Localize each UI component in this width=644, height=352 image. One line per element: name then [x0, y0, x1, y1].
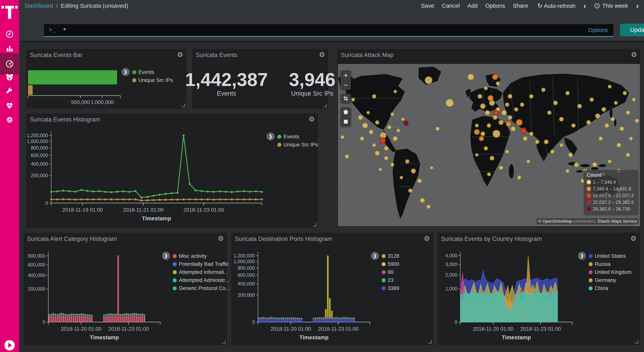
- legend-item[interactable]: Events: [132, 69, 173, 75]
- attack-point[interactable]: [478, 94, 482, 99]
- resize-handle[interactable]: [635, 340, 638, 343]
- osm-link[interactable]: © OpenStreetMap: [538, 219, 572, 224]
- legend-item[interactable]: Attempted Informati...: [173, 269, 230, 275]
- menu-item-save[interactable]: Save: [417, 3, 438, 9]
- attack-point[interactable]: [390, 112, 394, 116]
- attack-point[interactable]: [629, 137, 633, 140]
- attack-point[interactable]: [375, 151, 380, 156]
- attack-point[interactable]: [550, 149, 554, 154]
- legend-expand-icon[interactable]: ❯: [371, 252, 379, 260]
- breadcrumb-dashboard-link[interactable]: Dashboard: [25, 3, 53, 9]
- t-mobile-logo[interactable]: [2, 5, 18, 22]
- attack-point[interactable]: [366, 111, 370, 114]
- attack-point[interactable]: [608, 159, 612, 163]
- draw-polygon-button[interactable]: [340, 107, 351, 117]
- legend-item[interactable]: Misc activity: [173, 253, 230, 259]
- attack-point[interactable]: [390, 163, 394, 166]
- legend-expand-icon[interactable]: ❯: [266, 132, 275, 140]
- legend-item[interactable]: Germany: [588, 277, 632, 283]
- attack-point[interactable]: [590, 97, 594, 102]
- resize-handle[interactable]: [182, 104, 185, 107]
- attack-point[interactable]: [626, 153, 630, 157]
- attack-point[interactable]: [479, 136, 484, 141]
- legend-item[interactable]: Potentially Bad Traffic: [173, 261, 230, 267]
- attack-point[interactable]: [568, 152, 573, 157]
- menu-item-share[interactable]: Share: [509, 3, 532, 9]
- attack-map-canvas[interactable]: + − Count 1 – 7,346.47,346.4 – 14,691.81…: [338, 64, 640, 226]
- attack-point[interactable]: [559, 117, 564, 121]
- legend-item[interactable]: Unique Src IPs: [132, 77, 173, 83]
- attack-point[interactable]: [401, 117, 404, 121]
- legend-item[interactable]: 23: [382, 277, 399, 283]
- attack-point[interactable]: [566, 169, 570, 173]
- resize-handle[interactable]: [222, 340, 226, 343]
- legend-item[interactable]: United Kingdom: [588, 269, 632, 275]
- legend-item[interactable]: 5900: [382, 261, 399, 267]
- attack-point[interactable]: [526, 159, 530, 163]
- attack-point[interactable]: [514, 107, 518, 111]
- attack-point[interactable]: [574, 162, 579, 167]
- auto-refresh-button[interactable]: ↻ Auto-refresh: [534, 2, 580, 10]
- attack-point[interactable]: [493, 115, 498, 120]
- attack-point[interactable]: [485, 110, 490, 115]
- attack-point[interactable]: [380, 137, 386, 143]
- attack-point[interactable]: [586, 120, 591, 125]
- elastic-maps-link[interactable]: Elastic Maps Service: [598, 219, 637, 224]
- attack-point[interactable]: [408, 189, 412, 193]
- panel-gear-icon[interactable]: ⚙: [631, 51, 637, 59]
- attack-point[interactable]: [505, 102, 509, 107]
- attack-point[interactable]: [446, 99, 454, 107]
- sidebar-item-management[interactable]: [0, 111, 19, 129]
- attack-point[interactable]: [490, 156, 494, 160]
- attack-point[interactable]: [604, 123, 609, 128]
- menu-item-add[interactable]: Add: [464, 3, 482, 9]
- attack-point[interactable]: [492, 130, 500, 138]
- attack-point[interactable]: [566, 91, 570, 95]
- legend-item[interactable]: 80: [382, 269, 399, 275]
- query-options-link[interactable]: Options: [588, 27, 608, 33]
- resize-handle[interactable]: [313, 223, 316, 227]
- attack-point[interactable]: [351, 98, 355, 102]
- attack-point[interactable]: [577, 104, 582, 108]
- attack-point[interactable]: [384, 156, 388, 160]
- legend-expand-icon[interactable]: ❯: [578, 252, 586, 260]
- collapse-nav-button[interactable]: [4, 340, 15, 350]
- attack-point[interactable]: [502, 110, 507, 115]
- legend-item[interactable]: Generic Protocol Co...: [173, 285, 230, 291]
- legend-expand-icon[interactable]: ❯: [122, 68, 130, 76]
- update-button[interactable]: Update: [620, 24, 644, 36]
- attack-point[interactable]: [498, 120, 504, 125]
- legend-item[interactable]: Unique Src IPs: [277, 142, 318, 148]
- legend-expand-icon[interactable]: ❯: [162, 252, 170, 260]
- attack-point[interactable]: [616, 143, 621, 147]
- attack-point[interactable]: [595, 113, 600, 118]
- attack-point[interactable]: [611, 117, 615, 121]
- attack-point[interactable]: [475, 153, 478, 157]
- attack-point[interactable]: [626, 111, 630, 115]
- attack-point[interactable]: [405, 159, 410, 163]
- attack-point[interactable]: [396, 129, 400, 132]
- attack-point[interactable]: [378, 168, 382, 171]
- attack-point[interactable]: [387, 125, 392, 129]
- resize-handle[interactable]: [323, 104, 327, 107]
- attack-point[interactable]: [404, 121, 408, 126]
- attack-point[interactable]: [529, 132, 534, 136]
- attack-point[interactable]: [484, 86, 488, 90]
- legend-item[interactable]: Events: [277, 134, 318, 140]
- zoom-in-button[interactable]: +: [340, 70, 351, 80]
- attack-point[interactable]: [521, 128, 526, 133]
- attack-point[interactable]: [484, 146, 488, 150]
- attack-point[interactable]: [592, 162, 597, 167]
- attack-point[interactable]: [488, 95, 493, 101]
- attack-point[interactable]: [505, 150, 509, 153]
- legend-item[interactable]: 3389: [382, 285, 399, 291]
- attack-point[interactable]: [520, 102, 524, 107]
- menu-item-options[interactable]: Options: [482, 3, 509, 9]
- legend-item[interactable]: Attempted Administr...: [173, 277, 230, 283]
- attack-point[interactable]: [547, 111, 552, 115]
- attack-point[interactable]: [541, 88, 546, 92]
- legend-item[interactable]: United States: [588, 253, 632, 259]
- attack-point[interactable]: [516, 119, 522, 126]
- legend-item[interactable]: 3128: [382, 253, 399, 259]
- attack-point[interactable]: [425, 76, 432, 84]
